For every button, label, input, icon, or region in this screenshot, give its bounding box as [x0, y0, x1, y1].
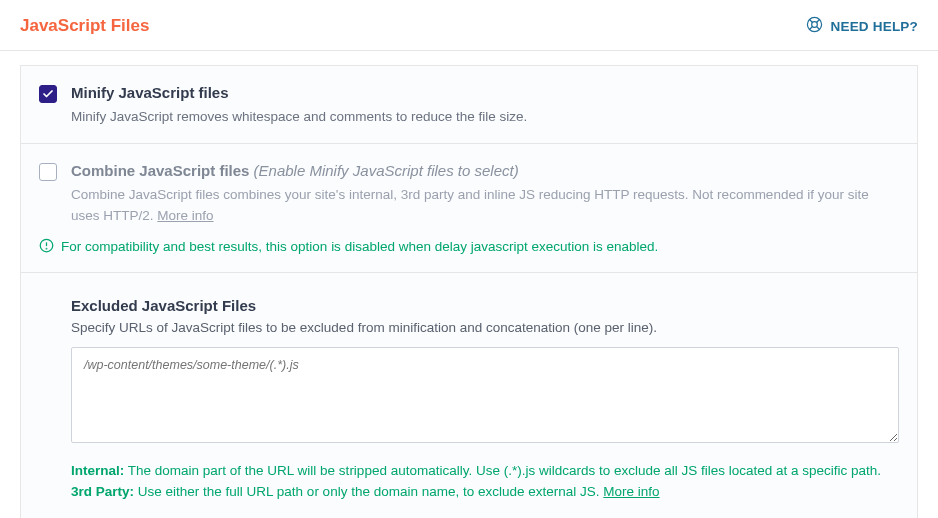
combine-enable-hint: (Enable Minify JavaScript files to selec… — [254, 162, 519, 179]
svg-line-4 — [817, 19, 820, 22]
hint-third-label: 3rd Party: — [71, 484, 134, 499]
excluded-section: Excluded JavaScript Files Specify URLs o… — [21, 273, 917, 518]
hint-third-text: Use either the full URL path or only the… — [134, 484, 603, 499]
svg-point-8 — [46, 248, 47, 249]
minify-title: Minify JavaScript files — [71, 84, 899, 101]
hint-thirdparty: 3rd Party: Use either the full URL path … — [71, 481, 899, 503]
compatibility-notice: For compatibility and best results, this… — [21, 238, 917, 273]
hints-block: Internal: The domain part of the URL wil… — [71, 460, 899, 503]
option-minify: Minify JavaScript files Minify JavaScrip… — [21, 66, 917, 144]
combine-desc: Combine JavaScript files combines your s… — [71, 185, 899, 226]
check-icon — [42, 88, 54, 100]
help-link[interactable]: NEED HELP? — [806, 16, 918, 36]
combine-title-text: Combine JavaScript files — [71, 162, 249, 179]
excluded-title: Excluded JavaScript Files — [71, 297, 899, 314]
minify-desc: Minify JavaScript removes whitespace and… — [71, 107, 899, 127]
alert-circle-icon — [39, 238, 54, 256]
combine-title: Combine JavaScript files (Enable Minify … — [71, 162, 899, 179]
hint-internal: Internal: The domain part of the URL wil… — [71, 460, 899, 482]
hint-more-info-link[interactable]: More info — [603, 484, 659, 499]
svg-line-2 — [810, 19, 813, 22]
hint-internal-text: The domain part of the URL will be strip… — [124, 463, 881, 478]
svg-line-5 — [810, 26, 813, 29]
notice-text: For compatibility and best results, this… — [61, 239, 658, 254]
combine-content: Combine JavaScript files (Enable Minify … — [71, 162, 899, 226]
minify-checkbox[interactable] — [39, 85, 57, 103]
hint-internal-label: Internal: — [71, 463, 124, 478]
combine-checkbox[interactable] — [39, 163, 57, 181]
excluded-input[interactable] — [71, 347, 899, 443]
help-link-label: NEED HELP? — [830, 19, 918, 34]
option-combine: Combine JavaScript files (Enable Minify … — [21, 144, 917, 242]
settings-panel: Minify JavaScript files Minify JavaScrip… — [20, 65, 918, 518]
minify-content: Minify JavaScript files Minify JavaScrip… — [71, 84, 899, 127]
excluded-desc: Specify URLs of JavaScript files to be e… — [71, 320, 899, 335]
combine-more-info-link[interactable]: More info — [157, 208, 213, 223]
panel-header: JavaScript Files NEED HELP? — [0, 0, 938, 51]
svg-line-3 — [817, 26, 820, 29]
page-title: JavaScript Files — [20, 16, 149, 36]
lifebuoy-icon — [806, 16, 823, 36]
